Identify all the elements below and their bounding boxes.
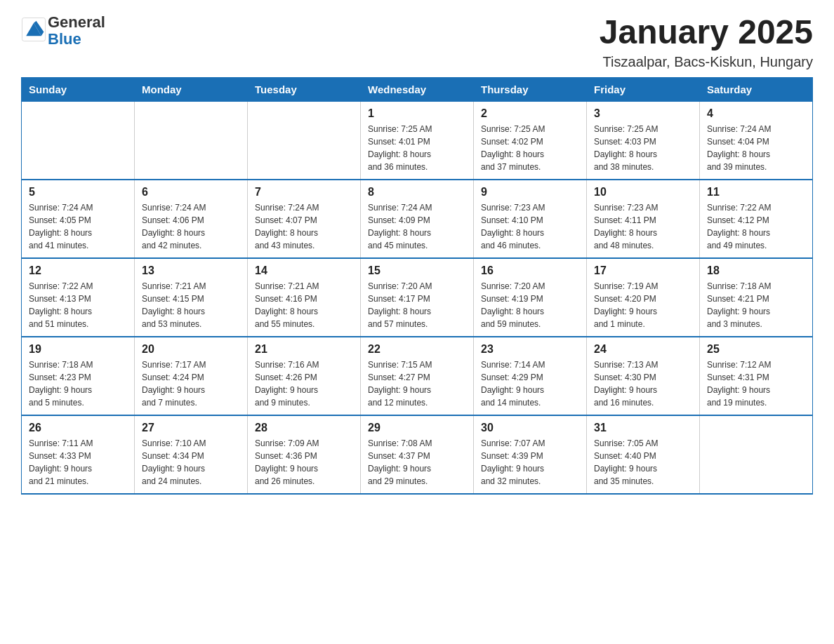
day-number: 3 (594, 107, 692, 120)
calendar-cell: 16Sunrise: 7:20 AM Sunset: 4:19 PM Dayli… (474, 258, 587, 337)
calendar-cell: 2Sunrise: 7:25 AM Sunset: 4:02 PM Daylig… (474, 101, 587, 180)
day-number: 17 (594, 264, 692, 277)
day-number: 27 (142, 422, 240, 434)
calendar-cell: 27Sunrise: 7:10 AM Sunset: 4:34 PM Dayli… (135, 415, 248, 494)
calendar-cell: 6Sunrise: 7:24 AM Sunset: 4:06 PM Daylig… (135, 180, 248, 258)
calendar-cell: 28Sunrise: 7:09 AM Sunset: 4:36 PM Dayli… (248, 415, 361, 494)
day-number: 7 (255, 186, 353, 199)
day-of-week-header: Friday (587, 77, 700, 101)
day-number: 1 (368, 107, 466, 120)
calendar-cell: 22Sunrise: 7:15 AM Sunset: 4:27 PM Dayli… (361, 337, 474, 415)
day-number: 15 (368, 264, 466, 277)
calendar-header: SundayMondayTuesdayWednesdayThursdayFrid… (22, 77, 813, 101)
day-number: 22 (368, 343, 466, 356)
day-info: Sunrise: 7:10 AM Sunset: 4:34 PM Dayligh… (142, 437, 240, 488)
calendar-week-row: 12Sunrise: 7:22 AM Sunset: 4:13 PM Dayli… (22, 258, 813, 337)
logo: GeneralBlue (21, 14, 105, 48)
calendar-cell (135, 101, 248, 180)
day-info: Sunrise: 7:20 AM Sunset: 4:19 PM Dayligh… (481, 280, 579, 330)
day-info: Sunrise: 7:11 AM Sunset: 4:33 PM Dayligh… (29, 437, 127, 488)
day-info: Sunrise: 7:17 AM Sunset: 4:24 PM Dayligh… (142, 358, 240, 409)
day-number: 9 (481, 186, 579, 199)
day-number: 29 (368, 422, 466, 434)
calendar-cell (248, 101, 361, 180)
day-of-week-header: Sunday (22, 77, 135, 101)
day-info: Sunrise: 7:24 AM Sunset: 4:09 PM Dayligh… (368, 201, 466, 252)
day-number: 23 (481, 343, 579, 356)
day-number: 25 (707, 343, 805, 356)
calendar-cell: 7Sunrise: 7:24 AM Sunset: 4:07 PM Daylig… (248, 180, 361, 258)
calendar-cell: 10Sunrise: 7:23 AM Sunset: 4:11 PM Dayli… (587, 180, 700, 258)
day-info: Sunrise: 7:23 AM Sunset: 4:11 PM Dayligh… (594, 201, 692, 252)
calendar-week-row: 26Sunrise: 7:11 AM Sunset: 4:33 PM Dayli… (22, 415, 813, 494)
day-info: Sunrise: 7:07 AM Sunset: 4:39 PM Dayligh… (481, 437, 579, 488)
calendar-cell: 13Sunrise: 7:21 AM Sunset: 4:15 PM Dayli… (135, 258, 248, 337)
calendar-cell (700, 415, 813, 494)
calendar-week-row: 1Sunrise: 7:25 AM Sunset: 4:01 PM Daylig… (22, 101, 813, 180)
day-number: 4 (707, 107, 805, 120)
day-info: Sunrise: 7:22 AM Sunset: 4:12 PM Dayligh… (707, 201, 805, 252)
calendar-cell: 4Sunrise: 7:24 AM Sunset: 4:04 PM Daylig… (700, 101, 813, 180)
day-info: Sunrise: 7:23 AM Sunset: 4:10 PM Dayligh… (481, 201, 579, 252)
calendar-cell: 9Sunrise: 7:23 AM Sunset: 4:10 PM Daylig… (474, 180, 587, 258)
day-number: 21 (255, 343, 353, 356)
day-of-week-header: Wednesday (361, 77, 474, 101)
calendar-cell: 29Sunrise: 7:08 AM Sunset: 4:37 PM Dayli… (361, 415, 474, 494)
day-number: 18 (707, 264, 805, 277)
calendar-cell: 5Sunrise: 7:24 AM Sunset: 4:05 PM Daylig… (22, 180, 135, 258)
calendar-cell: 17Sunrise: 7:19 AM Sunset: 4:20 PM Dayli… (587, 258, 700, 337)
calendar-cell: 20Sunrise: 7:17 AM Sunset: 4:24 PM Dayli… (135, 337, 248, 415)
calendar-cell: 21Sunrise: 7:16 AM Sunset: 4:26 PM Dayli… (248, 337, 361, 415)
day-number: 14 (255, 264, 353, 277)
day-info: Sunrise: 7:21 AM Sunset: 4:15 PM Dayligh… (142, 280, 240, 330)
day-info: Sunrise: 7:24 AM Sunset: 4:04 PM Dayligh… (707, 123, 805, 173)
location-subtitle: Tiszaalpar, Bacs-Kiskun, Hungary (600, 54, 813, 70)
day-info: Sunrise: 7:25 AM Sunset: 4:01 PM Dayligh… (368, 123, 466, 173)
day-info: Sunrise: 7:13 AM Sunset: 4:30 PM Dayligh… (594, 358, 692, 409)
day-info: Sunrise: 7:24 AM Sunset: 4:05 PM Dayligh… (29, 201, 127, 252)
calendar-cell: 3Sunrise: 7:25 AM Sunset: 4:03 PM Daylig… (587, 101, 700, 180)
day-number: 31 (594, 422, 692, 434)
days-of-week-row: SundayMondayTuesdayWednesdayThursdayFrid… (22, 77, 813, 101)
day-number: 24 (594, 343, 692, 356)
day-info: Sunrise: 7:16 AM Sunset: 4:26 PM Dayligh… (255, 358, 353, 409)
day-info: Sunrise: 7:21 AM Sunset: 4:16 PM Dayligh… (255, 280, 353, 330)
day-info: Sunrise: 7:14 AM Sunset: 4:29 PM Dayligh… (481, 358, 579, 409)
calendar-table: SundayMondayTuesdayWednesdayThursdayFrid… (21, 77, 813, 495)
day-info: Sunrise: 7:19 AM Sunset: 4:20 PM Dayligh… (594, 280, 692, 330)
day-info: Sunrise: 7:15 AM Sunset: 4:27 PM Dayligh… (368, 358, 466, 409)
day-of-week-header: Thursday (474, 77, 587, 101)
calendar-cell: 12Sunrise: 7:22 AM Sunset: 4:13 PM Dayli… (22, 258, 135, 337)
day-number: 13 (142, 264, 240, 277)
calendar-cell: 30Sunrise: 7:07 AM Sunset: 4:39 PM Dayli… (474, 415, 587, 494)
day-info: Sunrise: 7:22 AM Sunset: 4:13 PM Dayligh… (29, 280, 127, 330)
day-number: 16 (481, 264, 579, 277)
calendar-cell: 11Sunrise: 7:22 AM Sunset: 4:12 PM Dayli… (700, 180, 813, 258)
day-of-week-header: Tuesday (248, 77, 361, 101)
day-number: 2 (481, 107, 579, 120)
day-number: 5 (29, 186, 127, 199)
calendar-cell: 14Sunrise: 7:21 AM Sunset: 4:16 PM Dayli… (248, 258, 361, 337)
calendar-cell: 8Sunrise: 7:24 AM Sunset: 4:09 PM Daylig… (361, 180, 474, 258)
generalblue-logo-icon (21, 17, 46, 42)
day-number: 19 (29, 343, 127, 356)
day-of-week-header: Monday (135, 77, 248, 101)
day-info: Sunrise: 7:25 AM Sunset: 4:02 PM Dayligh… (481, 123, 579, 173)
calendar-week-row: 19Sunrise: 7:18 AM Sunset: 4:23 PM Dayli… (22, 337, 813, 415)
day-info: Sunrise: 7:05 AM Sunset: 4:40 PM Dayligh… (594, 437, 692, 488)
day-number: 26 (29, 422, 127, 434)
calendar-cell: 1Sunrise: 7:25 AM Sunset: 4:01 PM Daylig… (361, 101, 474, 180)
calendar-cell (22, 101, 135, 180)
day-info: Sunrise: 7:08 AM Sunset: 4:37 PM Dayligh… (368, 437, 466, 488)
calendar-cell: 31Sunrise: 7:05 AM Sunset: 4:40 PM Dayli… (587, 415, 700, 494)
day-number: 20 (142, 343, 240, 356)
day-number: 12 (29, 264, 127, 277)
day-info: Sunrise: 7:20 AM Sunset: 4:17 PM Dayligh… (368, 280, 466, 330)
day-number: 30 (481, 422, 579, 434)
day-info: Sunrise: 7:24 AM Sunset: 4:07 PM Dayligh… (255, 201, 353, 252)
title-area: January 2025 Tiszaalpar, Bacs-Kiskun, Hu… (600, 14, 813, 70)
calendar-cell: 26Sunrise: 7:11 AM Sunset: 4:33 PM Dayli… (22, 415, 135, 494)
calendar-cell: 24Sunrise: 7:13 AM Sunset: 4:30 PM Dayli… (587, 337, 700, 415)
day-info: Sunrise: 7:18 AM Sunset: 4:21 PM Dayligh… (707, 280, 805, 330)
calendar-cell: 18Sunrise: 7:18 AM Sunset: 4:21 PM Dayli… (700, 258, 813, 337)
